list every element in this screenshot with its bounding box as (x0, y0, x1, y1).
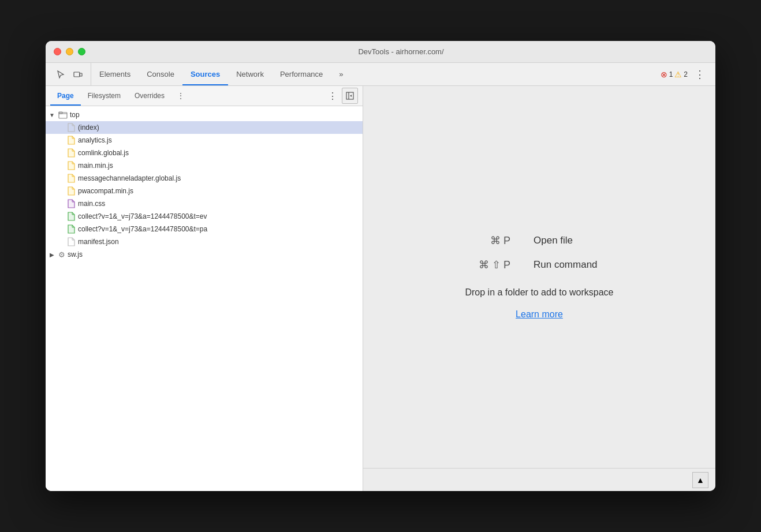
warning-icon: ⚠ (674, 70, 682, 79)
right-panel: ⌘ P Open file ⌘ ⇧ P Run command Drop in … (363, 86, 715, 491)
file-comlink-label: comlink.global.js (78, 149, 129, 157)
toolbar-icon-group (48, 63, 91, 85)
file-index-icon (66, 123, 76, 132)
file-manifest-json[interactable]: manifest.json (46, 235, 363, 248)
minimize-button[interactable] (66, 48, 73, 55)
sub-tab-more[interactable]: ⋮ (174, 92, 188, 100)
file-collect-2-label: collect?v=1&_v=j73&a=1244478500&t=pa (78, 225, 207, 233)
left-panel: Page Filesystem Overrides ⋮ ⋮ (46, 86, 363, 491)
file-collect-2[interactable]: collect?v=1&_v=j73&a=1244478500&t=pa (46, 223, 363, 235)
cmd-shift-p-keys: ⌘ ⇧ P (479, 258, 510, 271)
folder-icon (58, 110, 68, 119)
right-panel-content: ⌘ P Open file ⌘ ⇧ P Run command Drop in … (363, 86, 715, 468)
file-manifest-label: manifest.json (78, 238, 119, 246)
shortcut-open-file: ⌘ P Open file (453, 234, 626, 247)
window-title: DevTools - airhorner.com/ (95, 47, 707, 56)
file-main-css[interactable]: main.css (46, 197, 363, 210)
file-analytics-label: analytics.js (78, 136, 112, 144)
right-panel-bottom: ▲ (363, 468, 715, 491)
file-collect-icon-2 (66, 224, 76, 234)
tab-performance[interactable]: Performance (272, 63, 331, 85)
tab-sources[interactable]: Sources (182, 63, 228, 85)
tab-network[interactable]: Network (228, 63, 272, 85)
close-button[interactable] (54, 48, 61, 55)
device-toggle-button[interactable] (70, 66, 86, 83)
file-messageadapter-label: messagechanneladapter.global.js (78, 174, 181, 182)
file-collect-icon-1 (66, 212, 76, 221)
svg-rect-0 (74, 72, 80, 77)
file-js-icon-4 (66, 174, 76, 183)
file-collect-1-label: collect?v=1&_v=j73&a=1244478500&t=ev (78, 212, 207, 220)
devtools-toolbar: Elements Console Sources Network Perform… (46, 63, 715, 86)
sub-tab-options[interactable]: ⋮ (326, 91, 340, 102)
sub-tab-page[interactable]: Page (50, 86, 81, 106)
chevron-right-icon: ▶ (48, 250, 56, 258)
cursor-icon-button[interactable] (53, 66, 69, 83)
chevron-down-icon: ▼ (48, 111, 56, 119)
svg-rect-1 (80, 73, 82, 76)
file-js-icon-3 (66, 161, 76, 170)
file-index-label: (index) (78, 123, 99, 132)
maximize-button[interactable] (78, 48, 85, 55)
file-main-min-label: main.min.js (78, 162, 113, 170)
shortcut-run-command: ⌘ ⇧ P Run command (453, 258, 626, 271)
error-count: 1 (669, 70, 673, 78)
file-js-icon-2 (66, 148, 76, 158)
sub-tab-filesystem[interactable]: Filesystem (81, 86, 128, 106)
folder-top[interactable]: ▼ top (46, 108, 363, 121)
tab-elements[interactable]: Elements (91, 63, 139, 85)
shortcut-keys-open: ⌘ P (453, 234, 510, 247)
file-main-min-js[interactable]: main.min.js (46, 159, 363, 172)
folder-top-label: top (70, 111, 80, 119)
toolbar-right: ⊗ 1 ⚠ 2 ⋮ (661, 68, 713, 81)
title-bar: DevTools - airhorner.com/ (46, 41, 715, 63)
folder-sw-js[interactable]: ▶ ⚙ sw.js (46, 248, 363, 261)
main-tabs: Elements Console Sources Network Perform… (91, 63, 661, 85)
file-js-icon-5 (66, 186, 76, 196)
shortcut-keys-run: ⌘ ⇧ P (453, 258, 510, 271)
warning-count: 2 (684, 70, 688, 78)
sub-tab-overrides[interactable]: Overrides (128, 86, 171, 106)
sw-js-label: sw.js (68, 250, 83, 258)
tab-more[interactable]: » (331, 63, 351, 85)
file-analytics-js[interactable]: analytics.js (46, 134, 363, 147)
file-json-icon (66, 237, 76, 246)
file-comlink-js[interactable]: comlink.global.js (46, 147, 363, 159)
sub-tabs: Page Filesystem Overrides ⋮ ⋮ (46, 86, 363, 106)
error-badge[interactable]: ⊗ 1 ⚠ 2 (661, 70, 688, 79)
gear-icon: ⚙ (58, 250, 65, 259)
file-index[interactable]: (index) (46, 121, 363, 134)
devtools-window: DevTools - airhorner.com/ Elements Conso (46, 41, 715, 491)
drop-folder-text: Drop in a folder to add to workspace (465, 287, 613, 298)
file-css-icon (66, 199, 76, 208)
upload-icon-button[interactable]: ▲ (692, 472, 708, 488)
file-pwacompat-label: pwacompat.min.js (78, 187, 133, 195)
panel-toggle-button[interactable] (342, 88, 358, 104)
shortcut-label-run: Run command (534, 259, 626, 271)
file-main-css-label: main.css (78, 200, 105, 208)
file-collect-1[interactable]: collect?v=1&_v=j73&a=1244478500&t=ev (46, 210, 363, 223)
tab-console[interactable]: Console (139, 63, 182, 85)
upload-icon: ▲ (696, 475, 704, 485)
cmd-p-keys: ⌘ P (490, 234, 510, 247)
traffic-lights (54, 48, 85, 55)
main-content: Page Filesystem Overrides ⋮ ⋮ (46, 86, 715, 491)
file-tree: ▼ top (index) (46, 106, 363, 491)
file-js-icon (66, 136, 76, 145)
more-options-button[interactable]: ⋮ (691, 68, 708, 81)
file-pwacompat-js[interactable]: pwacompat.min.js (46, 185, 363, 197)
learn-more-link[interactable]: Learn more (516, 309, 563, 320)
shortcut-label-open: Open file (534, 235, 626, 246)
file-messageadapter-js[interactable]: messagechanneladapter.global.js (46, 172, 363, 185)
error-icon: ⊗ (661, 70, 667, 79)
